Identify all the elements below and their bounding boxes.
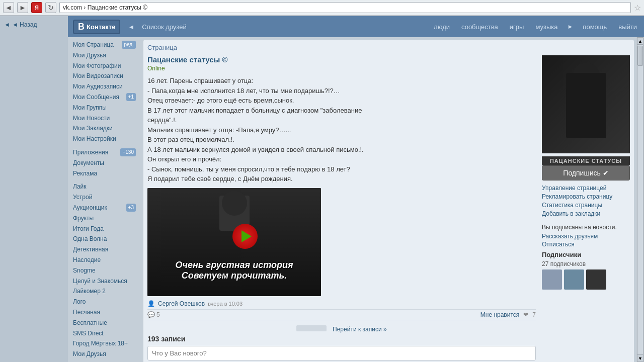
write-box[interactable] bbox=[147, 346, 536, 360]
yandex-button[interactable]: Я bbox=[31, 2, 42, 13]
nav-friends-link[interactable]: Список друзей bbox=[142, 23, 186, 31]
sidebar-item-videos[interactable]: Мои Видеозаписи bbox=[72, 71, 137, 81]
sidebar-item-logo[interactable]: Лого bbox=[72, 297, 137, 307]
sidebar-item-my-page[interactable]: Моя Страница ред. bbox=[72, 40, 137, 50]
sidebar-item-applications[interactable]: Приложения +130 bbox=[72, 147, 137, 158]
comment-action[interactable]: 💬 5 bbox=[147, 311, 160, 318]
nav-logout-link[interactable]: выйти bbox=[616, 22, 639, 32]
sidebar-item-settings[interactable]: Мои Настройки bbox=[72, 134, 137, 144]
sidebar-item-moi-druzya[interactable]: Мои Друзья bbox=[72, 349, 137, 359]
sidebar-item-besplatnye[interactable]: Бесплатные bbox=[72, 318, 137, 328]
sidebar-item-itogi[interactable]: Итоги Года bbox=[72, 224, 137, 234]
subscribers-title: Подписчики bbox=[542, 251, 630, 258]
online-status: Online bbox=[147, 65, 536, 72]
sidebar-item-peschanaya[interactable]: Песчаная bbox=[72, 307, 137, 318]
back-label: ◄ Назад bbox=[12, 21, 37, 28]
sidebar-item-news[interactable]: Мои Новости bbox=[72, 113, 137, 124]
subscriber-avatar-3[interactable] bbox=[586, 269, 606, 290]
write-input[interactable] bbox=[152, 349, 531, 357]
sidebar-item-audio[interactable]: Мои Аудиозаписи bbox=[72, 81, 137, 92]
subscriber-avatar-2[interactable] bbox=[564, 269, 584, 290]
like-link[interactable]: Мне нравится bbox=[480, 311, 520, 318]
sidebar-item-like[interactable]: Лайк bbox=[72, 182, 137, 192]
author-line: 👤 Сергей Овешков вчера в 10:03 bbox=[147, 300, 536, 307]
sidebar-item-detective[interactable]: Детективная bbox=[72, 244, 137, 255]
video-play-button[interactable] bbox=[232, 224, 258, 249]
scroll-thumb[interactable] bbox=[637, 46, 643, 66]
back-link[interactable]: ◄ ◄ Назад bbox=[0, 19, 68, 30]
vk-logo: В Контакте bbox=[73, 20, 120, 34]
subscribers-count: 27 подписчиков bbox=[542, 260, 630, 267]
community-label-bar: ПАЦАНСКИЕ СТАТУСЫ bbox=[542, 156, 630, 165]
nav-more-icon[interactable]: ► bbox=[567, 23, 573, 30]
video-block[interactable]: Очень грустная история Советуем прочитат… bbox=[147, 188, 321, 296]
sidebar-item-laikomer[interactable]: Лайкомер 2 bbox=[72, 286, 137, 297]
back-arrow-icon: ◄ bbox=[4, 21, 10, 28]
manage-page-link[interactable]: Управление страницей bbox=[542, 185, 630, 192]
sidebar-item-auction[interactable]: Аукционщик +3 bbox=[72, 203, 137, 213]
unsubscribe-link[interactable]: Отписаться bbox=[542, 241, 630, 248]
add-bookmark-link[interactable]: Добавить в закладки bbox=[542, 210, 630, 217]
scroll-down-button[interactable]: ▼ bbox=[637, 354, 643, 362]
vk-header: В Контакте ◄ Список друзей люди сообщест… bbox=[68, 16, 644, 37]
forward-button[interactable]: ► bbox=[17, 2, 28, 13]
left-panel: ◄ ◄ Назад bbox=[0, 16, 68, 362]
records-count: 193 записи bbox=[147, 335, 536, 343]
nav-arrow-left-icon[interactable]: ◄ bbox=[128, 23, 134, 31]
favorite-star-icon[interactable]: ☆ bbox=[634, 3, 641, 13]
back-button[interactable]: ◄ bbox=[3, 2, 14, 13]
sidebar-item-fruits[interactable]: Фрукты bbox=[72, 213, 137, 224]
sidebar-item-nasledie[interactable]: Наследие bbox=[72, 255, 137, 265]
nav-music-link[interactable]: музыка bbox=[533, 22, 559, 32]
sidebar-item-snogme[interactable]: Snogme bbox=[72, 265, 137, 276]
scroll-track[interactable] bbox=[637, 45, 643, 354]
sidebar-item-celuyi[interactable]: Целуй и Знакомься bbox=[72, 276, 137, 287]
scrollbar[interactable]: ▲ ▼ bbox=[636, 37, 644, 362]
sidebar-item-piar[interactable]: Пиар Два + bbox=[72, 359, 137, 362]
subscriber-avatar-1[interactable] bbox=[542, 269, 562, 290]
breadcrumb: Страница bbox=[147, 44, 630, 51]
sidebar-item-friends[interactable]: Мои Друзья bbox=[72, 50, 137, 61]
page-container: Страница Пацанские статусы © Online 16 л… bbox=[143, 40, 634, 362]
comment-icon: 💬 bbox=[147, 311, 155, 318]
content-area: В Контакте ◄ Список друзей люди сообщест… bbox=[68, 16, 644, 362]
subscribed-info: Вы подписаны на новости. bbox=[542, 224, 630, 231]
author-name-link[interactable]: Сергей Овешков bbox=[158, 300, 205, 307]
sidebar-item-photos[interactable]: Мои Фотографии bbox=[72, 61, 137, 71]
sidebar-item-sms-direct[interactable]: SMS Direct bbox=[72, 328, 137, 339]
advertise-page-link[interactable]: Рекламировать страницу bbox=[542, 193, 630, 200]
community-avatar bbox=[542, 55, 630, 153]
like-icon: ❤ bbox=[523, 311, 528, 318]
go-to-post-link[interactable]: Перейти к записи » bbox=[333, 326, 387, 333]
nav-communities-link[interactable]: сообщества bbox=[459, 22, 500, 32]
sidebar-section-apps: Приложения +130 Документы Реклама bbox=[72, 147, 137, 178]
sidebar-item-groups[interactable]: Мои Группы bbox=[72, 103, 137, 113]
subscribers-avatars bbox=[542, 269, 630, 290]
subscribe-button[interactable]: Подпишись ✔ bbox=[542, 165, 630, 180]
sidebar-item-ads[interactable]: Реклама bbox=[72, 168, 137, 179]
sidebar-item-ustroy[interactable]: Устрой bbox=[72, 192, 137, 203]
sidebar-item-documents[interactable]: Документы bbox=[72, 158, 137, 168]
sidebar-item-odna-volna[interactable]: Одна Волна bbox=[72, 234, 137, 244]
sidebar-item-bookmarks[interactable]: Мои Закладки bbox=[72, 123, 137, 134]
like-count: 7 bbox=[532, 311, 536, 318]
scroll-up-button[interactable]: ▲ bbox=[637, 37, 643, 45]
post-time: вчера в 10:03 bbox=[208, 301, 243, 307]
video-overlay-text: Очень грустная история Советуем прочитат… bbox=[147, 260, 321, 281]
nav-people-link[interactable]: люди bbox=[432, 22, 452, 32]
nav-games-link[interactable]: игры bbox=[508, 22, 526, 32]
community-links: Управление страницей Рекламировать стран… bbox=[542, 185, 630, 217]
play-arrow-icon bbox=[242, 230, 252, 242]
address-bar[interactable]: vk.com › Пацанские статусы © bbox=[59, 2, 631, 13]
sidebar-section-main: Моя Страница ред. Мои Друзья Мои Фотогра… bbox=[72, 40, 137, 144]
go-to-post: Перейти к записи » bbox=[147, 323, 536, 335]
sidebar-item-gorod[interactable]: Город Мёртвых 18+ bbox=[72, 338, 137, 349]
sidebar-item-messages[interactable]: Мои Сообщения +1 bbox=[72, 92, 137, 103]
post-actions: 💬 5 Мне нравится ❤ 7 bbox=[147, 309, 536, 320]
tell-friends-link[interactable]: Рассказать друзьям bbox=[542, 233, 630, 240]
nav-help-link[interactable]: помощь bbox=[581, 22, 609, 32]
statistics-link[interactable]: Статистика страницы bbox=[542, 202, 630, 209]
community-block: Пацанские статусы © Online 16 лет. Парен… bbox=[147, 55, 630, 362]
community-name[interactable]: Пацанские статусы © bbox=[147, 55, 536, 64]
refresh-button[interactable]: ↻ bbox=[45, 2, 56, 13]
